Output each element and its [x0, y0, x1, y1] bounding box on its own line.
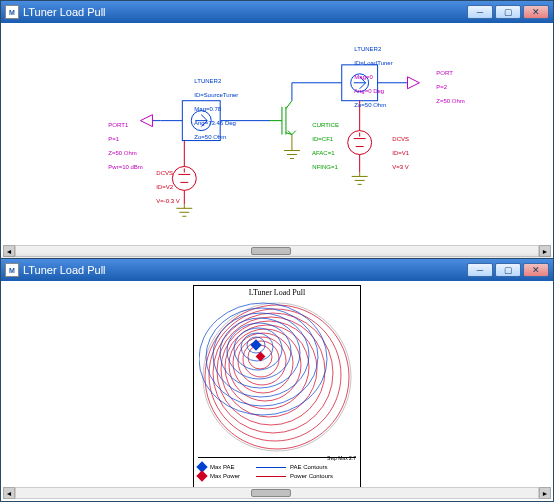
- smith-chart: [199, 299, 355, 455]
- svg-point-29: [205, 305, 349, 449]
- app-icon: M: [5, 263, 19, 277]
- scroll-thumb[interactable]: [251, 247, 291, 255]
- legend-pae-contours: PAE Contours: [290, 464, 328, 470]
- schematic-window: M LTuner Load Pull ─ ▢ ✕: [0, 0, 554, 260]
- scroll-track[interactable]: [15, 245, 539, 257]
- plot-panel: LTuner Load Pull: [193, 285, 361, 487]
- lt1-label: LTUNER2 ID=SourceTuner Mag=0.78 Ang=73.4…: [181, 71, 238, 148]
- minimize-button[interactable]: ─: [467, 5, 493, 19]
- dcvs2-label: DCVS ID=V1 V=3 V: [379, 129, 409, 178]
- maximize-button[interactable]: ▢: [495, 263, 521, 277]
- max-power-marker-icon: [196, 470, 207, 481]
- plot-title: LTuner Load Pull: [194, 286, 360, 299]
- titlebar[interactable]: M LTuner Load Pull ─ ▢ ✕: [1, 1, 553, 23]
- scroll-left-arrow[interactable]: ◄: [3, 245, 15, 257]
- dcvs1-label: DCVS ID=V2 V=-0.3 V: [143, 163, 180, 212]
- scroll-right-arrow[interactable]: ►: [539, 245, 551, 257]
- plot-client[interactable]: LTuner Load Pull: [3, 281, 551, 487]
- legend-power-contours: Power Contours: [290, 473, 333, 479]
- svg-point-28: [203, 303, 351, 451]
- scroll-left-arrow[interactable]: ◄: [3, 487, 15, 499]
- port2-label: PORT P=2 Z=50 Ohm: [423, 63, 465, 112]
- close-button[interactable]: ✕: [523, 263, 549, 277]
- svg-point-44: [227, 323, 291, 379]
- svg-point-33: [221, 321, 317, 417]
- plot-window: M LTuner Load Pull ─ ▢ ✕ LTuner Load Pul…: [0, 258, 554, 502]
- close-button[interactable]: ✕: [523, 5, 549, 19]
- schematic-canvas[interactable]: PORT1 P=1 Z=50 Ohm Pwr=10 dBm LTUNER2 ID…: [3, 23, 551, 245]
- plot-legend: Max PAE PAE Contours Max Power Power Con…: [194, 460, 360, 483]
- maximize-button[interactable]: ▢: [495, 5, 521, 19]
- svg-point-35: [229, 329, 301, 401]
- window-title: LTuner Load Pull: [23, 264, 106, 276]
- power-contour-line-icon: [256, 476, 286, 477]
- scroll-track[interactable]: [15, 487, 539, 499]
- schematic-svg: [3, 23, 551, 245]
- lt2-label: LTUNER2 ID=LoadTuner Mag=0 Ang=0 Deg Zo=…: [341, 39, 393, 116]
- window-controls: ─ ▢ ✕: [467, 5, 549, 19]
- port1-label: PORT1 P=1 Z=50 Ohm Pwr=10 dBm: [95, 115, 143, 178]
- minimize-button[interactable]: ─: [467, 263, 493, 277]
- legend-max-pae: Max PAE: [210, 464, 252, 470]
- curtice-label: CURTICE ID=CF1 AFAC=1 NFING=1: [299, 115, 339, 178]
- app-icon: M: [5, 5, 19, 19]
- titlebar[interactable]: M LTuner Load Pull ─ ▢ ✕: [1, 259, 553, 281]
- scroll-right-arrow[interactable]: ►: [539, 487, 551, 499]
- svg-line-26: [286, 101, 292, 109]
- horizontal-scrollbar[interactable]: ◄ ►: [3, 245, 551, 257]
- legend-max-power: Max Power: [210, 473, 252, 479]
- sweep-label: Swp Max 2.7: [327, 455, 356, 461]
- pae-contour-line-icon: [256, 467, 286, 468]
- scroll-thumb[interactable]: [251, 489, 291, 497]
- horizontal-scrollbar[interactable]: ◄ ►: [3, 487, 551, 499]
- window-controls: ─ ▢ ✕: [467, 263, 549, 277]
- window-title: LTuner Load Pull: [23, 6, 106, 18]
